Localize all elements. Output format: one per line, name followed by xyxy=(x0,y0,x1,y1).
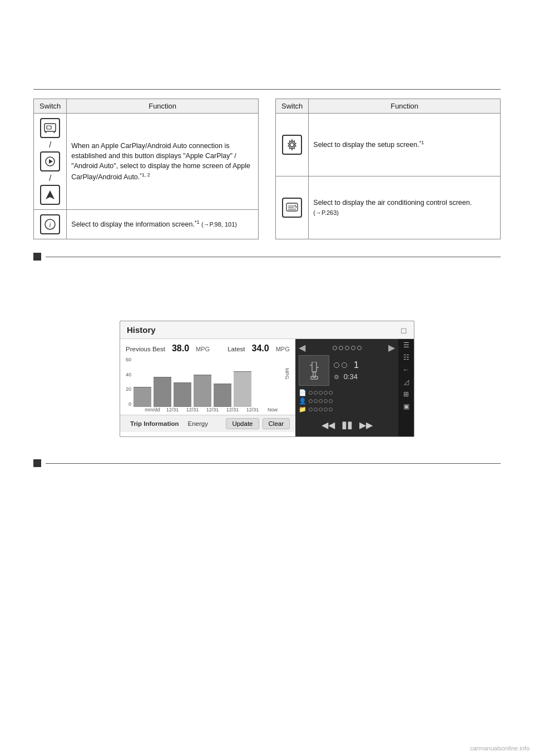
right-row2-arrow-ref: (→P.263) xyxy=(313,209,339,216)
carplay-icon xyxy=(44,123,56,133)
chart-bars xyxy=(134,362,283,407)
top-section xyxy=(33,11,501,78)
navigation-arrow-icon xyxy=(44,189,56,200)
page-dots xyxy=(333,346,362,350)
right-row1-function-cell: Select to display the setup screen.*1 xyxy=(309,114,501,176)
gear-small-icon: ⚙ xyxy=(334,374,339,380)
svg-rect-0 xyxy=(44,124,56,131)
left-row2-function-cell: Select to display the information screen… xyxy=(67,210,259,239)
history-body: Previous Best 38.0 MPG Latest 34.0 MPG 6… xyxy=(120,339,414,436)
prev-track-button[interactable]: ◀◀ xyxy=(322,420,335,430)
left-table-function-header: Function xyxy=(67,99,259,114)
chart-bar-5 xyxy=(214,384,231,407)
id7 xyxy=(314,399,318,403)
album-art xyxy=(299,355,329,386)
id1 xyxy=(309,391,313,395)
pause-button[interactable]: ▮▮ xyxy=(342,419,353,431)
gear-icon xyxy=(286,139,298,151)
id8 xyxy=(319,399,323,403)
x-label-5: 12/31 xyxy=(224,407,241,413)
clear-button[interactable]: Clear xyxy=(263,418,290,429)
id15 xyxy=(329,408,333,411)
chart-bar-1 xyxy=(134,387,151,407)
id9 xyxy=(324,399,328,403)
svg-rect-14 xyxy=(312,362,317,372)
trip-info-tab[interactable]: Trip Information xyxy=(126,419,184,428)
info-row-1: 📄 xyxy=(299,389,395,396)
section1-divider xyxy=(33,253,501,261)
bottom-space xyxy=(33,473,501,640)
x-label-3: 12/31 xyxy=(184,407,201,413)
sidebar-back-icon[interactable]: ← xyxy=(403,366,409,374)
history-left-panel: Previous Best 38.0 MPG Latest 34.0 MPG 6… xyxy=(120,339,295,436)
watermark: carmanualsonline.info xyxy=(470,745,530,752)
dot-3 xyxy=(345,346,349,350)
slash-divider-2: / xyxy=(38,173,62,184)
switch-table-left: Switch Function xyxy=(33,99,259,239)
latest-value: 34.0 xyxy=(251,343,269,354)
update-button[interactable]: Update xyxy=(226,418,259,429)
nav-row: ◀ ▶ xyxy=(299,342,395,353)
chart-bar-3 xyxy=(174,382,191,407)
history-title: History xyxy=(127,325,156,335)
android-icon-box xyxy=(40,151,60,171)
id12 xyxy=(314,408,318,411)
track-row: 1 ⚙ 0:34 xyxy=(299,355,395,386)
prev-best-value: 38.0 xyxy=(172,343,189,354)
android-icon xyxy=(44,156,56,167)
sidebar-grid-icon[interactable]: ⊞ xyxy=(403,390,409,398)
switch-icon-cell-info: i xyxy=(34,210,67,239)
nav-next-icon[interactable]: ▶ xyxy=(388,342,395,353)
left-row1-function-cell: When an Apple CarPlay/Android Auto conne… xyxy=(67,114,259,210)
id10 xyxy=(329,399,333,403)
latest-unit: MPG xyxy=(276,346,290,352)
small-dot-2 xyxy=(342,362,347,368)
dot-2 xyxy=(339,346,343,350)
id14 xyxy=(324,408,328,411)
sidebar-screen-icon[interactable]: ▣ xyxy=(403,402,409,410)
carplay-icon-box xyxy=(40,118,60,138)
info-dots-1 xyxy=(309,391,333,395)
sidebar-image-icon[interactable]: ◿ xyxy=(404,378,409,386)
page-content: Switch Function xyxy=(0,0,534,651)
history-header: History ◻ xyxy=(120,321,414,339)
right-table-function-header: Function xyxy=(309,99,501,114)
section-divider-line xyxy=(33,89,501,90)
y-label-60: 60 xyxy=(126,357,131,362)
svg-marker-5 xyxy=(49,159,53,164)
id11 xyxy=(309,408,313,411)
dot-1 xyxy=(333,346,337,350)
time-display: 0:34 xyxy=(344,372,358,381)
person-icon: 👤 xyxy=(299,397,306,405)
left-row2-function-text: Select to display the information screen… xyxy=(71,221,195,229)
section2-divider xyxy=(33,459,501,467)
table-row: / / xyxy=(34,114,259,210)
history-header-icon: ◻ xyxy=(400,326,407,335)
dot-5 xyxy=(357,346,362,350)
svg-point-9 xyxy=(290,143,294,147)
nav-prev-icon[interactable]: ◀ xyxy=(299,342,305,353)
chart-y-labels: 60 40 20 0 xyxy=(126,357,134,407)
id5 xyxy=(329,391,333,395)
left-row1-superscript: *1, 2 xyxy=(140,172,150,178)
chart-x-labels: mm/dd 12/31 12/31 12/31 12/31 12/31 Now xyxy=(126,407,290,415)
switch-icon-cell-gear xyxy=(276,114,309,176)
sidebar-bars-icon[interactable]: ☰ xyxy=(403,341,409,349)
switch-icon-cell-carplay: / / xyxy=(34,114,67,210)
right-row2-function-text: Select to display the air conditioning c… xyxy=(313,199,472,207)
dot-4 xyxy=(351,346,355,350)
id6 xyxy=(309,399,313,403)
id13 xyxy=(319,408,323,411)
mpg-stats-row: Previous Best 38.0 MPG Latest 34.0 MPG xyxy=(126,343,290,354)
section2-square xyxy=(33,459,41,467)
history-footer: Trip Information Energy Update Clear xyxy=(120,415,295,432)
switch-table-right: Switch Function xyxy=(275,99,501,239)
ac-icon-box xyxy=(282,198,302,218)
next-track-button[interactable]: ▶▶ xyxy=(359,420,373,430)
sidebar-icons-panel: ☰ ☷ ← ◿ ⊞ ▣ xyxy=(398,339,414,436)
energy-tab[interactable]: Energy xyxy=(184,419,212,428)
navigation-icon-box xyxy=(40,185,60,205)
sidebar-list-icon[interactable]: ☷ xyxy=(403,354,409,361)
small-dot-1 xyxy=(334,362,339,368)
x-label-now: Now xyxy=(264,407,281,413)
